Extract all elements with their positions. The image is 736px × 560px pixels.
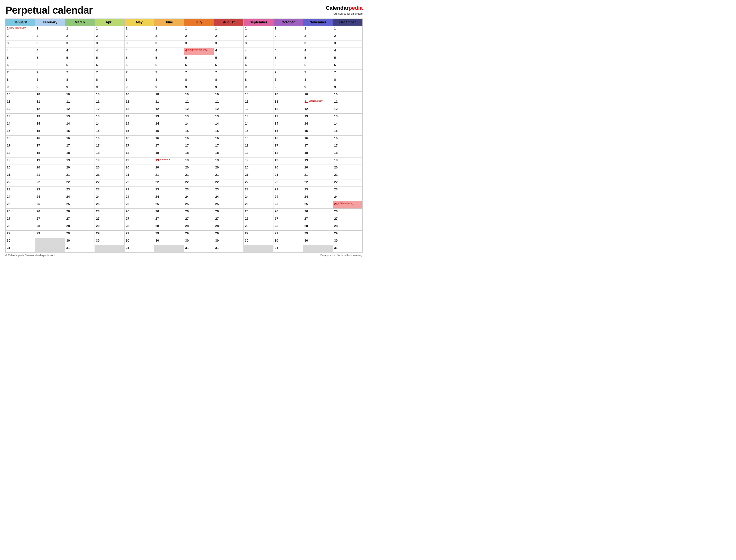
calendar-cell-m6-d10: 10: [154, 92, 184, 99]
day-number: 24: [245, 195, 248, 198]
calendar-cell-m2-d28: 28: [35, 223, 65, 231]
day-number: 22: [7, 180, 10, 184]
day-number: 14: [7, 122, 10, 125]
calendar-cell-m4-d13: 13: [95, 114, 124, 121]
calendar-cell-m9-d18: 18: [244, 150, 273, 157]
day-number: 1: [66, 27, 68, 30]
day-number: 15: [96, 129, 99, 133]
day-number: 17: [37, 144, 40, 147]
day-number: 30: [156, 239, 159, 242]
day-number: 7: [275, 70, 276, 74]
day-number: 31: [66, 246, 70, 250]
calendar-cell-m6-d20: 20: [154, 165, 184, 172]
calendar-cell-m2-d10: 10: [35, 92, 65, 99]
calendar-row-22: 222222222222222222222222: [6, 179, 363, 187]
calendar-cell-m6-d1: 1: [154, 26, 184, 33]
calendar-cell-m9-d25: 25: [244, 201, 273, 209]
day-number: 16: [96, 136, 99, 140]
calendar-cell-m6-d21: 21: [154, 172, 184, 179]
calendar-cell-m1-d21: 21: [6, 172, 35, 179]
day-number: 13: [96, 114, 99, 118]
day-number: 16: [215, 136, 219, 140]
calendar-cell-m10-d21: 21: [273, 172, 303, 179]
calendar-cell-m10-d9: 9: [273, 84, 303, 92]
month-header-oct: October: [273, 19, 303, 26]
day-number: 25: [37, 202, 40, 206]
calendar-cell-m9-d1: 1: [244, 26, 273, 33]
calendar-cell-m12-d15: 15: [333, 128, 363, 136]
calendar-cell-m11-d30: 30: [303, 238, 333, 245]
calendar-cell-m2-d2: 2: [35, 33, 65, 40]
day-number: 12: [96, 107, 99, 111]
footer: © Calendarpedia® www.calendarpedia.com D…: [5, 254, 363, 257]
calendar-cell-m3-d28: 28: [65, 223, 95, 231]
calendar-cell-m7-d2: 2: [184, 33, 214, 40]
calendar-cell-m9-d8: 8: [244, 77, 273, 84]
calendar-cell-m3-d15: 15: [65, 128, 95, 136]
day-number: 9: [126, 85, 128, 89]
day-number: 23: [37, 187, 40, 191]
calendar-cell-m7-d13: 13: [184, 114, 214, 121]
calendar-cell-m5-d23: 23: [124, 187, 154, 194]
calendar-cell-m4-d5: 5: [95, 55, 124, 62]
day-number: 6: [7, 63, 9, 67]
calendar-cell-m12-d14: 14: [333, 121, 363, 128]
day-number: 15: [275, 129, 278, 133]
calendar-cell-m1-d7: 7: [6, 70, 35, 77]
day-number: 14: [215, 122, 219, 125]
day-number: 20: [126, 166, 129, 169]
day-number: 28: [96, 224, 99, 228]
day-number: 5: [37, 56, 38, 59]
calendar-cell-m11-d16: 16: [303, 136, 333, 143]
calendar-cell-m11-d7: 7: [303, 70, 333, 77]
day-number: 25: [7, 202, 10, 206]
calendar-cell-m4-d10: 10: [95, 92, 124, 99]
day-number: 20: [37, 166, 40, 169]
day-number: 4: [215, 49, 217, 52]
day-number: 1: [334, 27, 336, 30]
calendar-cell-m8-d12: 12: [214, 106, 244, 114]
calendar-cell-m4-d26: 26: [95, 209, 124, 216]
calendar-cell-m3-d26: 26: [65, 209, 95, 216]
calendar-cell-m9-d11: 11: [244, 99, 273, 106]
calendar-cell-m6-d23: 23: [154, 187, 184, 194]
day-number: 21: [126, 173, 129, 177]
day-number: 29: [126, 231, 129, 235]
day-number: 26: [66, 209, 70, 213]
calendar-cell-m8-d24: 24: [214, 194, 244, 201]
calendar-cell-m3-d4: 4: [65, 48, 95, 55]
holiday-label: Independence Day: [188, 49, 207, 51]
calendar-cell-m1-d11: 11: [6, 99, 35, 106]
calendar-cell-m4-d6: 6: [95, 62, 124, 70]
calendar-cell-m9-d31: [244, 245, 273, 253]
day-number: 15: [334, 129, 338, 133]
calendar-cell-m9-d26: 26: [244, 209, 273, 216]
calendar-cell-m2-d29: 29: [35, 231, 65, 238]
calendar-cell-m3-d22: 22: [65, 179, 95, 187]
calendar-cell-m10-d13: 13: [273, 114, 303, 121]
page-header: Perpetual calendar Calendarpedia Your so…: [5, 4, 363, 16]
calendar-cell-m9-d20: 20: [244, 165, 273, 172]
day-number: 10: [156, 92, 159, 96]
calendar-cell-m6-d28: 28: [154, 223, 184, 231]
calendar-cell-m5-d19: 19: [124, 157, 154, 165]
calendar-cell-m2-d17: 17: [35, 143, 65, 150]
day-number: 13: [126, 114, 129, 118]
day-number: 17: [156, 144, 159, 147]
day-number: 30: [66, 239, 70, 242]
day-number: 1: [185, 27, 187, 30]
day-number: 23: [156, 187, 159, 191]
calendar-cell-m3-d23: 23: [65, 187, 95, 194]
calendar-cell-m8-d10: 10: [214, 92, 244, 99]
calendar-cell-m5-d16: 16: [124, 136, 154, 143]
calendar-cell-m7-d31: 31: [184, 245, 214, 253]
calendar-cell-m1-d20: 20: [6, 165, 35, 172]
day-number: 12: [156, 107, 159, 111]
calendar-cell-m2-d26: 26: [35, 209, 65, 216]
calendar-cell-m8-d26: 26: [214, 209, 244, 216]
day-number: 29: [305, 231, 308, 235]
day-number: 24: [96, 195, 99, 198]
day-number: 21: [156, 173, 159, 177]
day-number: 9: [275, 85, 276, 89]
calendar-cell-m5-d13: 13: [124, 114, 154, 121]
